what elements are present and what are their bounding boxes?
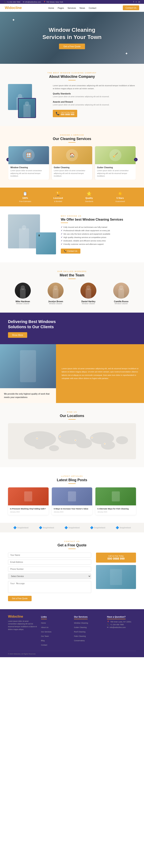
footer-service-0[interactable]: Window Cleaning	[74, 622, 88, 624]
footer-link-1[interactable]: About Us	[41, 626, 49, 628]
nav-logo[interactable]: Widocline	[5, 6, 22, 10]
blog-card-0[interactable]: Is Pressure Washing Vinyl Siding Safe? J…	[8, 487, 49, 515]
quote-submit-button[interactable]: Get a Free Quote	[8, 596, 32, 601]
quote-message-input[interactable]	[8, 581, 91, 593]
facebook-icon[interactable]: f	[134, 1, 134, 3]
partner-logo-1: 🔷 Inspiretext	[39, 526, 54, 529]
partner-icon-2: 🔷	[64, 526, 68, 529]
offer-point-1: Professional Attitude with clean equipme…	[61, 229, 136, 232]
footer-service-4[interactable]: Conservatory	[74, 640, 85, 642]
offer-btn-icon: 📞	[64, 250, 66, 252]
nav-home[interactable]: Home	[48, 7, 54, 9]
quote-email-input[interactable]	[8, 560, 91, 565]
footer-link-2[interactable]: Our Services	[41, 631, 51, 633]
about-divider	[68, 80, 76, 81]
offer-inner: 📱 Why choose us We Offer best Window Cle…	[8, 214, 136, 254]
footer-bottom: © 2024 Widocline. All Rights Reserved.	[8, 651, 136, 655]
blog-title: Latest Blog Posts	[8, 478, 136, 482]
offer-point-2: We use only the best solutions and equip…	[61, 232, 136, 236]
footer-service-1[interactable]: Gutter Cleaning	[74, 626, 87, 628]
cta-button[interactable]: Show More	[8, 332, 27, 338]
team-card-1: Jocelyn Brown Window Cleaner	[41, 283, 70, 305]
offer-point-5: Friendly customer service and aftercare …	[61, 242, 136, 246]
services-carousel-wrap: ‹ 🪟 Window Cleaning Lorem ipsum dolor si…	[8, 146, 136, 180]
team-photo-0	[15, 283, 31, 299]
team-role-0: Window Cleaner	[8, 303, 37, 305]
locations-section: Find us Our Locations	[0, 403, 144, 467]
quote-form: Select Service Window Cleaning Gutter Cl…	[8, 553, 91, 601]
footer-contact-address: 📍 789 Inner Lane, NY 10001	[107, 621, 136, 623]
delivering-left-paragraph: We provide the only highest quality of w…	[4, 392, 52, 399]
offer-point-3: High quality cleaning services at compet…	[61, 236, 136, 239]
footer-copyright: © 2024 Widocline. All Rights Reserved.	[8, 653, 36, 655]
hero-cta-button[interactable]: Get a Free Quote	[59, 43, 85, 49]
team-role-1: Window Cleaner	[41, 303, 70, 305]
service-card-body-0: Window Cleaning Lorem ipsum dolor sit am…	[8, 164, 49, 180]
footer-about-text: Lorem ipsum dolor sit amet consectetur a…	[8, 620, 37, 631]
quote-label: Contact us	[8, 540, 136, 542]
quote-title: Get a Free Quote	[8, 543, 136, 548]
footer-links-title: Links	[41, 616, 47, 619]
footer-link-0[interactable]: Home	[41, 622, 46, 624]
footer-link-5[interactable]: Contact	[41, 644, 47, 646]
about-inner: Lorem ipsum dolor sit amet consectetur a…	[8, 84, 136, 118]
footer-service-3[interactable]: Patio Cleaning	[74, 635, 86, 637]
blog-card-1[interactable]: 6 Ways to Increase Your Home's Value Jan…	[52, 487, 92, 515]
nav-news[interactable]: News	[80, 7, 85, 9]
locations-divider	[68, 419, 76, 420]
footer-service-2[interactable]: Roof Cleaning	[74, 631, 85, 633]
footer-contact-phone: 📞 +1 234 456 7890	[107, 624, 136, 626]
team-role-2: Window Cleaner	[74, 303, 103, 305]
quote-section: Contact us Get a Free Quote Select Servi…	[0, 532, 144, 609]
location-icon: 📍	[107, 621, 109, 623]
about-phone-box[interactable]: 📞 Call Us Free Today 000 0888 999	[53, 110, 77, 117]
quote-contact-image	[96, 565, 136, 589]
service-card-title-2: Gutter Cleaning	[97, 166, 134, 168]
about-image-2	[18, 98, 36, 118]
footer-col-contact: Have a Question? 📍 789 Inner Lane, NY 10…	[107, 615, 136, 647]
team-name-3: Camilla Russo	[107, 300, 136, 303]
twitter-icon[interactable]: t	[136, 1, 136, 3]
partner-icon-3: 🔷	[90, 526, 93, 529]
quote-phone-input[interactable]	[8, 567, 91, 571]
hero-section: ✦ Window Cleaning Services in Your Town …	[0, 12, 144, 64]
locations-label: Find us	[8, 411, 136, 413]
blog-section: Latest articles Latest Blog Posts Is Pre…	[0, 467, 144, 523]
nav-cta-button[interactable]: Contact Us	[123, 5, 139, 10]
map-dot-4	[104, 443, 106, 444]
quote-contact: Call Us Free Today 000 0888 999	[96, 553, 136, 589]
nav-contact[interactable]: Contact	[89, 7, 96, 9]
instagram-icon[interactable]: in	[138, 1, 140, 3]
feature-item-0: 📋 100% Free Estimates	[19, 191, 31, 203]
nav-pages[interactable]: Pages	[58, 7, 64, 9]
offer-contact-button[interactable]: 📞 Contact Us	[61, 249, 80, 254]
footer-link-4[interactable]: Blog	[41, 640, 45, 642]
team-name-1: Jocelyn Brown	[41, 300, 70, 303]
quote-service-select[interactable]: Select Service Window Cleaning Gutter Cl…	[8, 574, 91, 579]
footer: Widocline Lorem ipsum dolor sit amet con…	[0, 609, 144, 657]
service-card-title-0: Window Cleaning	[10, 166, 47, 168]
blog-card-2[interactable]: 6 Alternate Ways for Fish Cleaning Janua…	[95, 487, 136, 515]
footer-link-3[interactable]: Our Team	[41, 635, 49, 637]
about-feature-1-title: Quality Standards	[53, 92, 136, 95]
service-card-desc-1: Lorem ipsum dolor sit amet consectetur a…	[54, 169, 90, 178]
team-name-2: Daniel Hartley	[74, 300, 103, 303]
team-name-0: Mike Hardman	[8, 300, 37, 303]
service-card-body-2: Gutter Cleaning Lorem ipsum dolor sit am…	[95, 164, 136, 180]
hero-content: Window Cleaning Services in Your Town Ge…	[38, 26, 106, 50]
footer-contact-title: Have a Question?	[107, 616, 125, 619]
blog-post-title-2: 6 Alternate Ways for Fish Cleaning	[97, 507, 134, 510]
about-images	[8, 84, 48, 118]
feature-icon-1: 🏆	[53, 191, 63, 196]
locations-title: Our Locations	[8, 414, 136, 418]
quote-phone-number: 000 0888 999	[98, 557, 134, 560]
email-icon: ✉	[107, 626, 109, 628]
service-card-1: 🏠 Gutter Cleaning Lorem ipsum dolor sit …	[52, 146, 92, 180]
quote-name-input[interactable]	[8, 553, 91, 558]
carousel-next-button[interactable]: ›	[134, 158, 138, 161]
blog-post-date-2: January 2024	[97, 511, 134, 513]
partner-icon-4: 🔷	[116, 526, 119, 529]
blog-card-body-1: 6 Ways to Increase Your Home's Value Jan…	[52, 505, 92, 515]
about-feature-1: Quality Standards Lorem ipsum dolor sit …	[53, 92, 136, 98]
nav-services[interactable]: Services	[67, 7, 76, 9]
